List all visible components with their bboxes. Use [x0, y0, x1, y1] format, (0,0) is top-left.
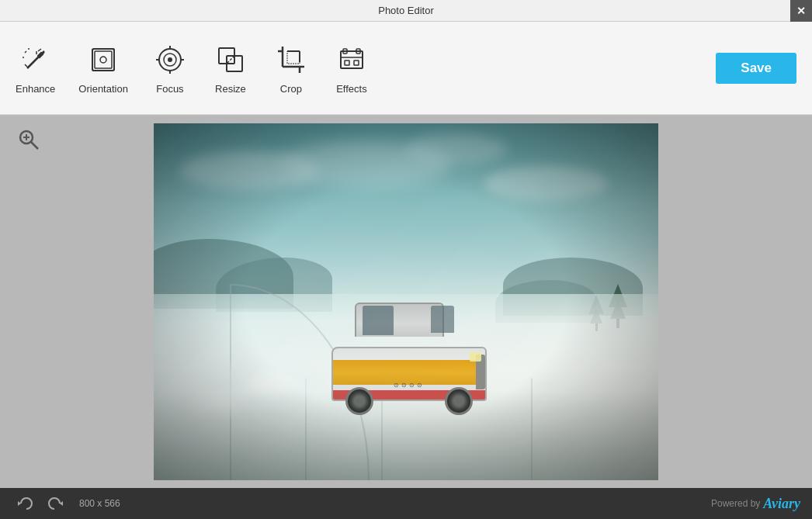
svg-line-23 — [227, 56, 234, 64]
redo-button[interactable] — [43, 493, 65, 514]
svg-marker-6 — [38, 53, 43, 57]
effects-icon — [333, 41, 370, 78]
svg-line-5 — [25, 64, 27, 67]
crop-label: Crop — [280, 83, 302, 95]
svg-rect-12 — [95, 51, 112, 68]
svg-rect-28 — [287, 51, 300, 64]
title-bar: Photo Editor ✕ — [0, 0, 812, 22]
close-button[interactable]: ✕ — [790, 0, 812, 22]
aviary-brand: Aviary — [763, 496, 800, 512]
powered-by-label: Powered by Aviary — [711, 496, 800, 512]
svg-line-2 — [38, 49, 41, 51]
svg-rect-36 — [354, 61, 359, 65]
orientation-label: Orientation — [78, 83, 128, 95]
zoom-button[interactable] — [16, 126, 42, 153]
svg-line-38 — [31, 142, 38, 149]
main-canvas-area: ⊙⊙⊙⊙ — [0, 115, 812, 488]
effects-label: Effects — [336, 83, 367, 95]
tool-focus[interactable]: Focus — [151, 41, 189, 95]
svg-rect-10 — [92, 49, 114, 71]
crop-icon — [272, 41, 310, 78]
orientation-icon — [85, 41, 122, 78]
window-title: Photo Editor — [378, 5, 434, 16]
enhance-label: Enhance — [16, 83, 55, 95]
svg-rect-11 — [92, 49, 114, 71]
svg-line-7 — [25, 51, 26, 53]
undo-button[interactable] — [16, 493, 37, 514]
tool-effects[interactable]: Effects — [333, 41, 370, 95]
image-dimensions: 800 x 566 — [79, 498, 120, 509]
resize-icon — [212, 41, 249, 78]
wand-icon — [17, 41, 54, 78]
focus-icon — [151, 41, 189, 78]
powered-by-text: Powered by — [711, 498, 760, 509]
tool-enhance[interactable]: Enhance — [16, 41, 55, 95]
save-button[interactable]: Save — [716, 53, 796, 84]
resize-label: Resize — [215, 83, 246, 95]
image-content: ⊙⊙⊙⊙ — [154, 123, 658, 480]
focus-label: Focus — [156, 83, 183, 95]
status-bar: 800 x 566 Powered by Aviary — [0, 488, 812, 519]
tool-orientation[interactable]: Orientation — [78, 41, 128, 95]
svg-rect-35 — [345, 61, 349, 65]
tool-crop[interactable]: Crop — [272, 41, 310, 95]
svg-point-13 — [100, 57, 106, 63]
photo-canvas: ⊙⊙⊙⊙ — [154, 123, 658, 480]
svg-point-20 — [168, 58, 172, 61]
tool-resize[interactable]: Resize — [212, 41, 249, 95]
toolbar: Enhance Orientation Focus — [0, 22, 812, 115]
